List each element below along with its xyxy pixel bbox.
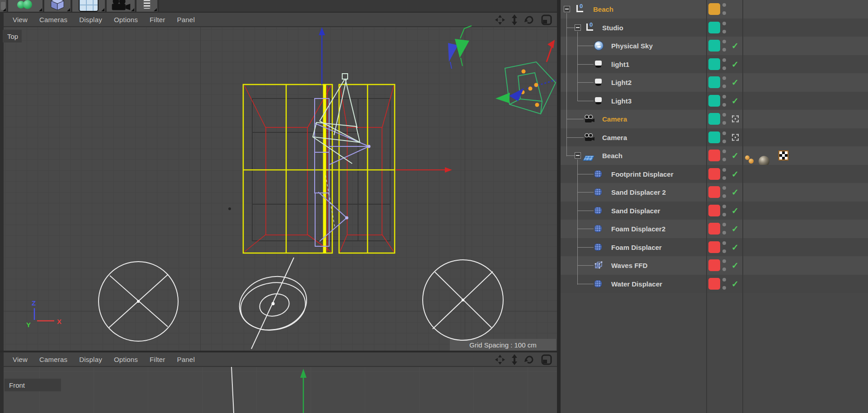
layer-color-swatch[interactable] [708,259,720,271]
menu-item-view[interactable]: View [13,16,28,23]
rotate-view-icon[interactable] [524,14,535,26]
menu-item-filter[interactable]: Filter [150,16,165,23]
enabled-check-icon[interactable]: ✓ [731,205,739,216]
toggle-panel-icon[interactable] [541,14,552,26]
enabled-check-icon[interactable]: ✓ [731,169,739,179]
zoom-view-icon[interactable] [511,354,518,366]
layer-color-swatch[interactable] [708,131,720,143]
viewport-top-view[interactable] [4,27,557,351]
pan-view-icon[interactable] [495,14,505,26]
object-label[interactable]: Beach [593,5,613,13]
object-row-light2[interactable]: Light2✓ [561,73,868,92]
enabled-check-icon[interactable]: ✓ [731,77,739,88]
object-row-beach[interactable]: Beach✓ [561,146,868,165]
object-label[interactable]: Sand Displacer 2 [611,188,666,196]
object-label[interactable]: Foam Displacer [611,243,662,251]
enabled-check-icon[interactable]: ✓ [731,41,739,51]
visibility-dots[interactable] [722,39,726,52]
layer-color-swatch[interactable] [708,95,720,107]
visibility-dots[interactable] [722,21,726,34]
object-row-camera[interactable]: Camera [561,110,868,128]
object-row-foam-displacer[interactable]: Foam Displacer✓ [561,238,868,257]
object-label[interactable]: Light3 [611,97,632,104]
layer-color-swatch[interactable] [708,76,720,88]
pan-view-icon[interactable] [495,354,505,366]
viewport-layout-tool-icon[interactable] [72,0,106,12]
visibility-dots[interactable] [722,185,726,199]
object-label[interactable]: Camera [602,133,627,141]
partial-tool-icon[interactable] [0,0,7,12]
object-label[interactable]: Footprint Displacer [611,170,674,178]
menu-item-options[interactable]: Options [114,16,138,23]
object-row-sand-displacer-2[interactable]: Sand Displacer 2✓ [561,183,868,202]
menu-item-panel[interactable]: Panel [177,16,195,23]
list-tool-icon[interactable] [137,0,158,12]
object-row-footprint-displacer[interactable]: Footprint Displacer✓ [561,165,868,183]
toggle-panel-icon[interactable] [541,354,552,366]
enabled-check-icon[interactable]: ✓ [731,187,739,197]
enabled-check-icon[interactable]: ✓ [731,242,739,252]
layer-color-swatch[interactable] [708,205,720,216]
visibility-dots[interactable] [722,2,726,16]
object-row-physical-sky[interactable]: Physical Sky✓ [561,37,868,55]
visibility-dots[interactable] [722,240,726,254]
zoom-view-icon[interactable] [511,14,518,26]
visibility-dots[interactable] [722,222,726,235]
layer-color-swatch[interactable] [708,186,720,198]
object-label[interactable]: Studio [602,23,623,31]
object-row-sand-displacer[interactable]: Sand Displacer✓ [561,202,868,220]
layer-color-swatch[interactable] [708,278,720,290]
layer-color-swatch[interactable] [708,22,720,33]
layer-color-swatch[interactable] [708,3,720,15]
object-row-light3[interactable]: Light3✓ [561,92,868,110]
object-label[interactable]: light1 [611,60,629,68]
cube-primitive-tool-icon[interactable] [44,0,71,12]
layer-color-swatch[interactable] [708,150,720,161]
menu-item-view[interactable]: View [13,356,28,363]
layer-color-swatch[interactable] [708,241,720,253]
object-row-water-displacer[interactable]: Water Displacer✓ [561,275,868,293]
layer-color-swatch[interactable] [708,40,720,52]
render-view-icon[interactable] [732,134,739,141]
rotate-view-icon[interactable] [524,354,535,366]
object-label[interactable]: Camera [602,115,627,123]
visibility-dots[interactable] [722,94,726,108]
enabled-check-icon[interactable]: ✓ [731,224,739,234]
enabled-check-icon[interactable]: ✓ [731,260,739,271]
visibility-dots[interactable] [722,57,726,71]
object-row-camera[interactable]: Camera [561,128,868,147]
visibility-dots[interactable] [722,167,726,181]
object-label[interactable]: Beach [602,152,623,160]
menu-item-display[interactable]: Display [79,16,102,23]
object-label[interactable]: Sand Displacer [611,206,660,214]
expander-collapse[interactable] [575,24,581,31]
visibility-dots[interactable] [722,258,726,272]
render-view-icon[interactable] [732,116,739,122]
viewport-name-top[interactable]: Top [3,30,22,42]
enabled-check-icon[interactable]: ✓ [731,150,739,161]
layer-color-swatch[interactable] [708,168,720,180]
enabled-check-icon[interactable]: ✓ [731,95,739,106]
object-label[interactable]: Physical Sky [611,42,653,50]
object-row-studio[interactable]: 0Studio [561,19,868,37]
menu-item-options[interactable]: Options [114,356,138,363]
camera-tool-icon[interactable] [107,0,136,12]
enabled-check-icon[interactable]: ✓ [731,59,739,69]
visibility-dots[interactable] [722,277,726,291]
visibility-dots[interactable] [722,112,726,126]
menu-item-panel[interactable]: Panel [177,356,195,363]
selection-spheres-tool-icon[interactable] [8,0,43,12]
object-row-beach[interactable]: 0Beach [561,0,868,19]
layer-color-swatch[interactable] [708,113,720,125]
object-row-foam-displacer2[interactable]: Foam Displacer2✓ [561,220,868,238]
viewport-name-front[interactable]: Front [5,379,61,391]
enabled-check-icon[interactable]: ✓ [731,278,739,289]
object-row-light1[interactable]: light1✓ [561,55,868,74]
compositing-tag[interactable] [778,150,788,160]
object-row-waves-ffd[interactable]: Waves FFD✓ [561,256,868,275]
menu-item-cameras[interactable]: Cameras [39,356,67,363]
visibility-dots[interactable] [722,149,726,162]
layer-color-swatch[interactable] [708,58,720,70]
object-label[interactable]: Foam Displacer2 [611,225,665,233]
object-label[interactable]: Light2 [611,79,632,86]
